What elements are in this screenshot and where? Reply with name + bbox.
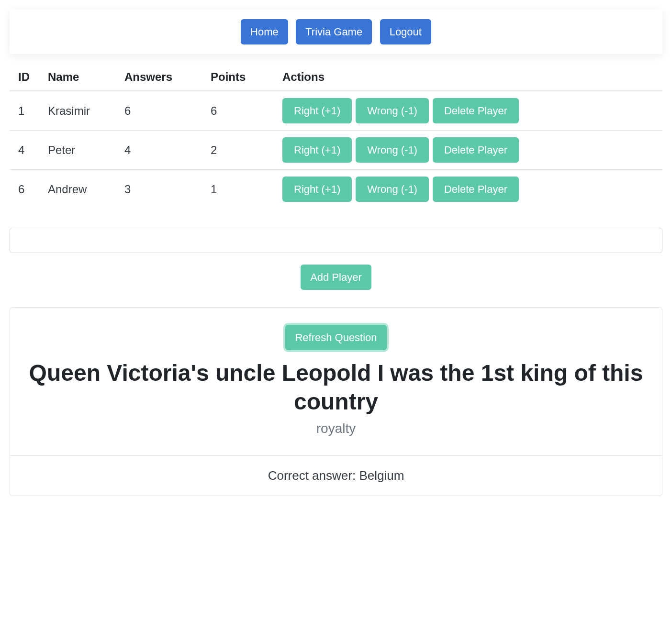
- cell-actions: Right (+1)Wrong (-1)Delete Player: [282, 91, 662, 131]
- th-id: ID: [10, 64, 48, 91]
- nav-logout-button[interactable]: Logout: [380, 19, 431, 44]
- table-row: 1Krasimir66Right (+1)Wrong (-1)Delete Pl…: [10, 91, 662, 131]
- th-answers: Answers: [124, 64, 211, 91]
- question-category: royalty: [22, 421, 650, 436]
- top-nav: Home Trivia Game Logout: [10, 10, 662, 54]
- cell-id: 6: [10, 170, 48, 209]
- cell-name: Andrew: [48, 170, 124, 209]
- right-button[interactable]: Right (+1): [282, 177, 352, 202]
- cell-name: Krasimir: [48, 91, 124, 131]
- question-answer: Correct answer: Belgium: [10, 455, 662, 496]
- refresh-question-button[interactable]: Refresh Question: [285, 325, 386, 350]
- table-row: 4Peter42Right (+1)Wrong (-1)Delete Playe…: [10, 131, 662, 170]
- add-player-wrap: Add Player: [10, 265, 662, 290]
- add-player-input-row: [10, 228, 662, 253]
- table-row: 6Andrew31Right (+1)Wrong (-1)Delete Play…: [10, 170, 662, 209]
- cell-points: 2: [211, 131, 282, 170]
- cell-actions: Right (+1)Wrong (-1)Delete Player: [282, 170, 662, 209]
- right-button[interactable]: Right (+1): [282, 137, 352, 163]
- th-points: Points: [211, 64, 282, 91]
- th-name: Name: [48, 64, 124, 91]
- player-name-input[interactable]: [10, 228, 662, 253]
- th-actions: Actions: [282, 64, 662, 91]
- delete-player-button[interactable]: Delete Player: [433, 177, 519, 202]
- cell-points: 6: [211, 91, 282, 131]
- cell-name: Peter: [48, 131, 124, 170]
- question-card: Refresh Question Queen Victoria's uncle …: [10, 307, 662, 496]
- right-button[interactable]: Right (+1): [282, 98, 352, 123]
- add-player-button[interactable]: Add Player: [301, 265, 371, 290]
- question-text: Queen Victoria's uncle Leopold I was the…: [22, 359, 650, 416]
- cell-answers: 6: [124, 91, 211, 131]
- wrong-button[interactable]: Wrong (-1): [356, 137, 429, 163]
- cell-actions: Right (+1)Wrong (-1)Delete Player: [282, 131, 662, 170]
- cell-answers: 3: [124, 170, 211, 209]
- answer-value: Belgium: [359, 468, 404, 483]
- players-table: ID Name Answers Points Actions 1Krasimir…: [10, 64, 662, 209]
- cell-points: 1: [211, 170, 282, 209]
- answer-label: Correct answer:: [268, 468, 359, 483]
- nav-trivia-button[interactable]: Trivia Game: [296, 19, 372, 44]
- cell-id: 1: [10, 91, 48, 131]
- nav-home-button[interactable]: Home: [241, 19, 288, 44]
- wrong-button[interactable]: Wrong (-1): [356, 177, 429, 202]
- question-body: Refresh Question Queen Victoria's uncle …: [10, 308, 662, 455]
- delete-player-button[interactable]: Delete Player: [433, 98, 519, 123]
- delete-player-button[interactable]: Delete Player: [433, 137, 519, 163]
- wrong-button[interactable]: Wrong (-1): [356, 98, 429, 123]
- cell-answers: 4: [124, 131, 211, 170]
- cell-id: 4: [10, 131, 48, 170]
